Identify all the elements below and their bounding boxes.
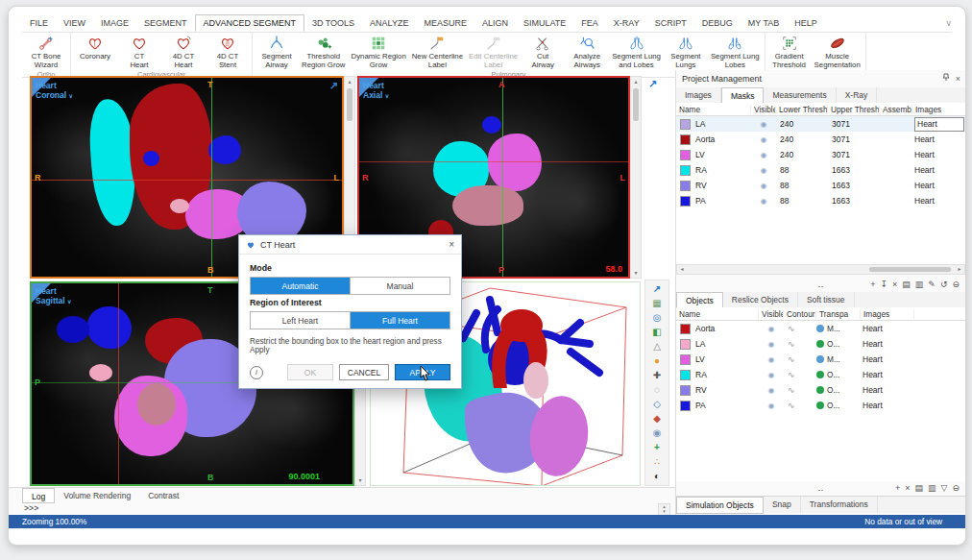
ribbon-button-threshold-region-grow[interactable]: Threshold Region Grow xyxy=(299,33,349,70)
ribbon-button-segment-lungs[interactable]: Segment Lungs xyxy=(664,33,708,70)
ribbon-button-dynamic-region-grow[interactable]: Dynamic Region Grow xyxy=(349,33,409,70)
collapse-icon[interactable]: ⊖ xyxy=(952,280,960,289)
undo-mask-icon[interactable]: ↺ xyxy=(940,280,948,289)
mask-row-la[interactable]: LA ◉ 240 3071 Heart xyxy=(676,116,965,132)
ribbon-button-ct-bone-wizard[interactable]: CT Bone Wizard xyxy=(24,33,68,70)
mask-row-rv[interactable]: RV ◉ 88 1663 Heart xyxy=(676,178,965,193)
tab-log[interactable]: Log xyxy=(22,488,55,503)
menu-script[interactable]: SCRIPT xyxy=(647,15,694,31)
tab-reslice-objects[interactable]: Reslice Objects xyxy=(723,292,798,308)
viewport-title[interactable]: HeartSagittal ∨ xyxy=(36,286,71,305)
tab-soft-tissue[interactable]: Soft tissue xyxy=(798,292,855,308)
pan-icon[interactable]: ✚ xyxy=(653,368,661,382)
roi-option-full-heart[interactable]: Full Heart xyxy=(350,312,450,329)
visibility-eye-icon[interactable]: ◉ xyxy=(751,182,776,190)
ribbon-button-segment-lung-lobes[interactable]: Segment Lung Lobes xyxy=(708,33,763,70)
info-icon[interactable]: i xyxy=(250,366,263,379)
add-mask-icon[interactable]: + xyxy=(870,280,875,289)
menu-help[interactable]: HELP xyxy=(787,15,825,31)
export-mask-icon[interactable]: ↧ xyxy=(881,280,888,289)
images-combobox[interactable]: Heart xyxy=(914,117,964,132)
visibility-eye-icon[interactable]: ◉ xyxy=(751,151,776,159)
splitter-handle[interactable]: ‥ xyxy=(817,280,823,289)
mask-row-aorta[interactable]: Aorta ◉ 240 3071 Heart xyxy=(676,132,965,147)
tab-contrast[interactable]: Contrast xyxy=(139,488,187,502)
menu-3d-tools[interactable]: 3D TOOLS xyxy=(304,15,362,31)
cancel-button[interactable]: CANCEL xyxy=(339,364,389,380)
log-prompt[interactable]: >>> xyxy=(24,504,38,514)
menu-segment[interactable]: SEGMENT xyxy=(136,15,195,31)
ribbon-button-coronary[interactable]: Coronary xyxy=(73,33,117,61)
filter-icon[interactable]: ▽ xyxy=(941,483,948,493)
duplicate-mask-icon[interactable]: ▥ xyxy=(915,280,924,289)
menu-xray[interactable]: X-RAY xyxy=(606,15,647,31)
menu-simulate[interactable]: SIMULATE xyxy=(516,15,573,31)
ribbon-button-muscle-segmentation[interactable]: Muscle Segmentation xyxy=(812,33,863,70)
crosshair-vertical[interactable] xyxy=(211,78,212,277)
object-info-icon[interactable]: ▤ xyxy=(915,483,924,493)
globe-icon[interactable]: ◎ xyxy=(653,310,662,325)
expand-3d-icon[interactable]: ↗ xyxy=(653,281,661,296)
object-row-ra[interactable]: RA ◉ ∿ O... Heart xyxy=(676,367,965,382)
visibility-eye-icon[interactable]: ◉ xyxy=(751,166,776,175)
add-object-icon[interactable]: + xyxy=(895,483,900,493)
pin-icon[interactable] xyxy=(942,73,950,84)
expand-viewport-icon[interactable]: ↗ xyxy=(329,80,338,92)
menu-advanced-segment[interactable]: ADVANCED SEGMENT xyxy=(195,14,304,32)
ok-button[interactable]: OK xyxy=(287,364,333,380)
ribbon-collapse-icon[interactable]: ∨ xyxy=(945,18,952,28)
menu-view[interactable]: VIEW xyxy=(56,15,93,31)
light-icon[interactable]: ◆ xyxy=(653,411,661,426)
object-row-rv[interactable]: RV ◉ ∿ O... Heart xyxy=(676,382,965,398)
eye-icon[interactable]: ◉ xyxy=(653,426,662,440)
crosshair-vertical[interactable] xyxy=(502,78,503,277)
cube-icon[interactable]: ◇ xyxy=(653,397,661,411)
tab-volume-rendering[interactable]: Volume Rendering xyxy=(55,488,139,502)
object-row-la[interactable]: LA ◉ ∿ O... Heart xyxy=(676,336,965,352)
mask-color-swatch[interactable] xyxy=(680,119,691,130)
object-row-pa[interactable]: PA ◉ ∿ O... Heart xyxy=(676,398,965,413)
delete-mask-icon[interactable]: × xyxy=(892,280,897,289)
tab-measurements[interactable]: Measurements xyxy=(764,87,836,104)
grid-icon[interactable]: ▦ xyxy=(652,296,661,310)
transparency-dot[interactable] xyxy=(816,325,824,332)
crosshair-horizontal[interactable] xyxy=(32,180,342,181)
mesh-icon[interactable]: △ xyxy=(653,339,661,353)
contrast-icon[interactable]: ◐ xyxy=(654,469,660,483)
ribbon-button-4d-ct-stent[interactable]: 4D CT Stent xyxy=(206,33,250,70)
object-row-aorta[interactable]: Aorta ◉ ∿ M... Heart xyxy=(676,321,965,336)
ribbon-button-cut-airway[interactable]: Cut Airway xyxy=(521,33,565,70)
axes-icon[interactable]: ∴ xyxy=(654,454,660,469)
delete-object-icon[interactable]: × xyxy=(905,483,910,493)
mask-info-icon[interactable]: ▤ xyxy=(902,280,911,289)
expand-axial-icon[interactable]: ↗ xyxy=(648,78,657,90)
menu-align[interactable]: ALIGN xyxy=(474,15,516,31)
ribbon-button-segment-airway[interactable]: Segment Airway xyxy=(255,33,299,70)
mode-option-automatic[interactable]: Automatic xyxy=(251,278,350,294)
add-icon[interactable]: + xyxy=(654,440,660,454)
menu-file[interactable]: FILE xyxy=(22,15,56,31)
mask-row-ra[interactable]: RA ◉ 88 1663 Heart xyxy=(676,162,965,178)
ribbon-button-4d-ct-heart[interactable]: 4D CT Heart xyxy=(161,33,206,70)
lasso-icon[interactable]: ◌ xyxy=(654,382,660,397)
mask-row-pa[interactable]: PA ◉ 88 1663 Heart xyxy=(676,193,965,208)
close-panel-icon[interactable]: × xyxy=(956,74,960,84)
dialog-close-icon[interactable]: × xyxy=(449,239,454,250)
tab-snap[interactable]: Snap xyxy=(764,497,801,513)
splitter-handle[interactable]: ‥ xyxy=(817,483,823,493)
ribbon-button-analyze-airways[interactable]: Analyze Airways xyxy=(565,33,609,70)
ribbon-button-segment-lung-and-lobes[interactable]: Segment Lung and Lobes xyxy=(609,33,664,70)
menu-my-tab[interactable]: MY TAB xyxy=(741,15,788,31)
crosshair-horizontal[interactable] xyxy=(359,161,628,162)
ribbon-button-ct-heart[interactable]: CT Heart xyxy=(117,33,161,70)
sphere-icon[interactable]: ● xyxy=(654,353,660,368)
mask-row-lv[interactable]: LV ◉ 240 3071 Heart xyxy=(676,147,965,162)
masks-horizontal-scrollbar[interactable]: ◂▸ xyxy=(676,264,965,275)
mode-option-manual[interactable]: Manual xyxy=(350,278,450,294)
edit-mask-icon[interactable]: ✎ xyxy=(928,280,936,289)
menu-measure[interactable]: MEASURE xyxy=(416,15,474,31)
ribbon-button-new-centerline-label[interactable]: New Centerline Label xyxy=(409,33,466,70)
menu-image[interactable]: IMAGE xyxy=(93,15,136,31)
roi-option-left-heart[interactable]: Left Heart xyxy=(251,312,350,329)
ribbon-button-gradient-threshold[interactable]: Gradient Threshold xyxy=(767,33,812,70)
